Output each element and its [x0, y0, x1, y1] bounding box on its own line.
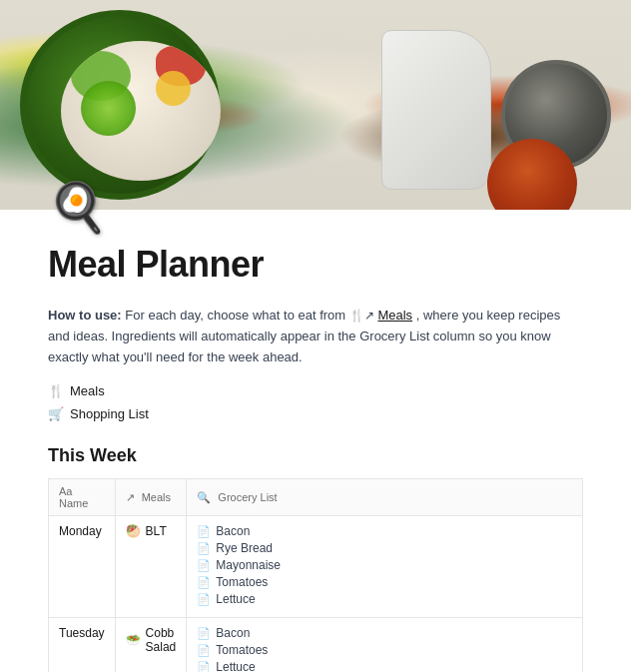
grocery-doc-icon: 📄 — [197, 525, 211, 538]
meal-emoji: 🥙 — [126, 524, 141, 538]
grocery-cell: 📄Bacon📄Rye Bread📄Mayonnaise📄Tomatoes📄Let… — [187, 516, 583, 618]
table-row: Monday🥙BLT📄Bacon📄Rye Bread📄Mayonnaise📄To… — [49, 516, 583, 618]
how-to-description: How to use: For each day, choose what to… — [48, 306, 583, 367]
table-header-row: Aa Name ↗ Meals 🔍 Grocery List — [49, 479, 583, 516]
meal-item[interactable]: 🥙BLT — [126, 524, 177, 538]
how-to-label: How to use: — [48, 308, 122, 323]
arrow-icon: ↗ — [126, 491, 135, 504]
grocery-name: Bacon — [216, 524, 250, 538]
hero-image — [0, 0, 631, 210]
week-table: Aa Name ↗ Meals 🔍 Grocery List Monday🥙BL… — [48, 478, 583, 672]
grocery-item[interactable]: 📄Bacon — [197, 524, 572, 538]
page-title: Meal Planner — [48, 244, 583, 286]
grocery-name: Lettuce — [216, 592, 255, 606]
page-content: Meal Planner How to use: For each day, c… — [0, 244, 631, 672]
meals-link-icon: 🍴 — [48, 383, 64, 398]
col-grocery-label: Grocery List — [218, 491, 277, 503]
grocery-doc-icon: 📄 — [197, 576, 211, 589]
grocery-doc-icon: 📄 — [197, 542, 211, 555]
table-icon-small: 🍴↗ — [349, 309, 374, 323]
shopping-list-nav-link[interactable]: 🛒 Shopping List — [48, 406, 583, 421]
aa-icon: Aa — [59, 485, 72, 497]
grocery-item[interactable]: 📄Rye Bread — [197, 541, 572, 555]
search-icon: 🔍 — [197, 491, 211, 504]
grocery-item[interactable]: 📄Tomatoes — [197, 575, 572, 589]
page-icon-area: 🍳 — [0, 180, 631, 236]
shopping-link-icon: 🛒 — [48, 406, 64, 421]
grocery-name: Rye Bread — [216, 541, 273, 555]
meals-link[interactable]: Meals — [377, 308, 412, 323]
day-cell: Monday — [49, 516, 116, 618]
grocery-cell: 📄Bacon📄Tomatoes📄Lettuce📄Salad Dressing — [187, 618, 583, 672]
grocery-item[interactable]: 📄Lettuce — [197, 592, 572, 606]
grocery-item[interactable]: 📄Mayonnaise — [197, 558, 572, 572]
col-header-meals: ↗ Meals — [115, 479, 187, 516]
col-header-grocery: 🔍 Grocery List — [187, 479, 583, 516]
page-icon: 🍳 — [48, 180, 108, 236]
grocery-item[interactable]: 📄Bacon — [197, 626, 572, 640]
meal-item[interactable]: 🥗Cobb Salad — [126, 626, 177, 654]
grocery-doc-icon: 📄 — [197, 627, 211, 640]
col-header-name: Aa Name — [49, 479, 116, 516]
meal-cell: 🥗Cobb Salad — [115, 618, 187, 672]
grocery-item[interactable]: 📄Lettuce — [197, 660, 572, 672]
table-row: Tuesday🥗Cobb Salad📄Bacon📄Tomatoes📄Lettuc… — [49, 618, 583, 672]
grocery-name: Bacon — [216, 626, 250, 640]
grocery-doc-icon: 📄 — [197, 593, 211, 606]
grocery-item[interactable]: 📄Tomatoes — [197, 643, 572, 657]
grocery-name: Mayonnaise — [216, 558, 281, 572]
grocery-name: Lettuce — [216, 660, 255, 672]
meal-emoji: 🥗 — [126, 633, 141, 647]
day-cell: Tuesday — [49, 618, 116, 672]
this-week-title: This Week — [48, 445, 583, 466]
how-to-text1: For each day, choose what to eat from — [125, 308, 349, 323]
grocery-doc-icon: 📄 — [197, 644, 211, 657]
meal-name: Cobb Salad — [146, 626, 177, 654]
shopping-link-label[interactable]: Shopping List — [70, 406, 149, 421]
grocery-doc-icon: 📄 — [197, 559, 211, 572]
grocery-doc-icon: 📄 — [197, 661, 211, 672]
col-name-label: Name — [59, 497, 88, 509]
col-meals-label: Meals — [142, 491, 171, 503]
grocery-name: Tomatoes — [216, 643, 268, 657]
grocery-name: Tomatoes — [216, 575, 268, 589]
meal-name: BLT — [146, 524, 167, 538]
meals-link-label[interactable]: Meals — [70, 383, 105, 398]
meals-nav-link[interactable]: 🍴 Meals — [48, 383, 583, 398]
meal-cell: 🥙BLT — [115, 516, 187, 618]
